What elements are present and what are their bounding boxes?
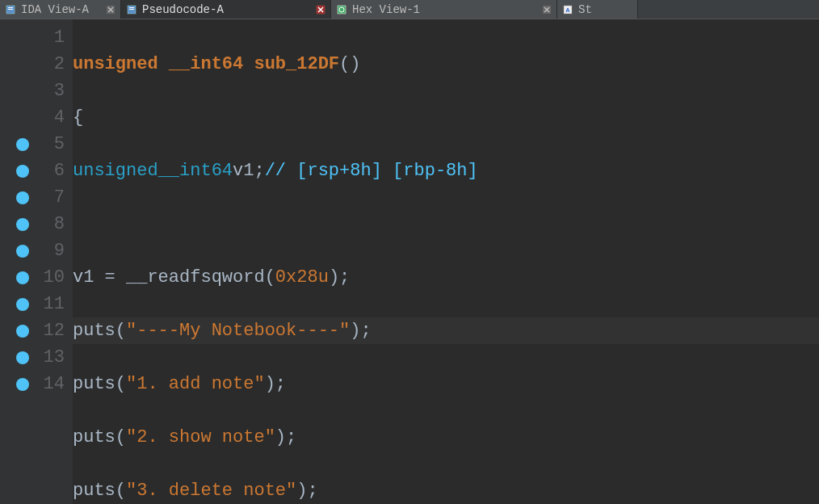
svg-text:A: A <box>566 6 570 14</box>
code-line[interactable]: puts("----My Notebook----"); <box>73 317 819 344</box>
breakpoint-icon[interactable] <box>16 138 29 151</box>
line-number[interactable]: 5 <box>0 131 73 158</box>
gutter: 1 2 3 4 5 6 7 8 9 10 11 12 13 14 <box>0 19 73 504</box>
code-line[interactable]: unsigned __int64 v1; // [rsp+8h] [rbp-8h… <box>73 158 819 184</box>
line-number[interactable]: 6 <box>0 158 73 184</box>
line-number[interactable]: 3 <box>0 78 73 104</box>
tab-label: Hex View-1 <box>352 3 420 16</box>
document-icon <box>126 4 137 15</box>
line-number[interactable]: 10 <box>0 264 73 291</box>
hex-icon <box>336 4 347 15</box>
tab-structures[interactable]: A St <box>557 0 638 19</box>
tab-label: Pseudocode-A <box>142 3 224 16</box>
line-number[interactable]: 11 <box>0 291 73 317</box>
breakpoint-icon[interactable] <box>16 351 29 364</box>
breakpoint-icon[interactable] <box>16 191 29 204</box>
code-line[interactable]: puts("2. show note"); <box>73 424 819 451</box>
code-editor: 1 2 3 4 5 6 7 8 9 10 11 12 13 14 unsigne… <box>0 19 819 504</box>
code-line[interactable]: v1 = __readfsqword(0x28u); <box>73 264 819 291</box>
svg-rect-5 <box>129 7 134 8</box>
line-number[interactable]: 7 <box>0 184 73 211</box>
line-number[interactable]: 4 <box>0 104 73 131</box>
breakpoint-icon[interactable] <box>16 245 29 258</box>
line-number[interactable]: 2 <box>0 51 73 78</box>
tab-label: IDA View-A <box>21 3 89 16</box>
code-line[interactable]: puts("1. add note"); <box>73 371 819 397</box>
document-icon <box>5 4 16 15</box>
line-number[interactable]: 8 <box>0 211 73 237</box>
close-icon[interactable] <box>316 5 326 15</box>
line-number[interactable]: 12 <box>0 317 73 344</box>
breakpoint-icon[interactable] <box>16 298 29 311</box>
letter-icon: A <box>562 4 573 15</box>
close-icon[interactable] <box>106 5 116 15</box>
code-line[interactable]: unsigned __int64 sub_12DF() <box>73 51 819 78</box>
code-line[interactable] <box>73 211 819 237</box>
svg-rect-1 <box>8 7 13 8</box>
line-number[interactable]: 13 <box>0 344 73 371</box>
tab-bar: IDA View-A Pseudocode-A Hex View-1 <box>0 0 819 19</box>
tab-hex-view[interactable]: Hex View-1 <box>331 0 557 19</box>
line-number[interactable]: 14 <box>0 371 73 397</box>
svg-rect-2 <box>8 9 13 10</box>
breakpoint-icon[interactable] <box>16 218 29 231</box>
breakpoint-icon[interactable] <box>16 325 29 338</box>
line-number[interactable]: 9 <box>0 237 73 264</box>
tab-pseudocode[interactable]: Pseudocode-A <box>121 0 331 19</box>
code-line[interactable]: { <box>73 104 819 131</box>
tab-ida-view[interactable]: IDA View-A <box>0 0 121 19</box>
code-line[interactable]: puts("3. delete note"); <box>73 477 819 504</box>
breakpoint-icon[interactable] <box>16 271 29 284</box>
tab-label: St <box>578 3 592 16</box>
line-number[interactable]: 1 <box>0 24 73 51</box>
code-area[interactable]: unsigned __int64 sub_12DF() { unsigned _… <box>73 19 819 504</box>
breakpoint-icon[interactable] <box>16 378 29 391</box>
close-icon[interactable] <box>542 5 552 15</box>
svg-rect-6 <box>129 9 134 10</box>
breakpoint-icon[interactable] <box>16 165 29 178</box>
